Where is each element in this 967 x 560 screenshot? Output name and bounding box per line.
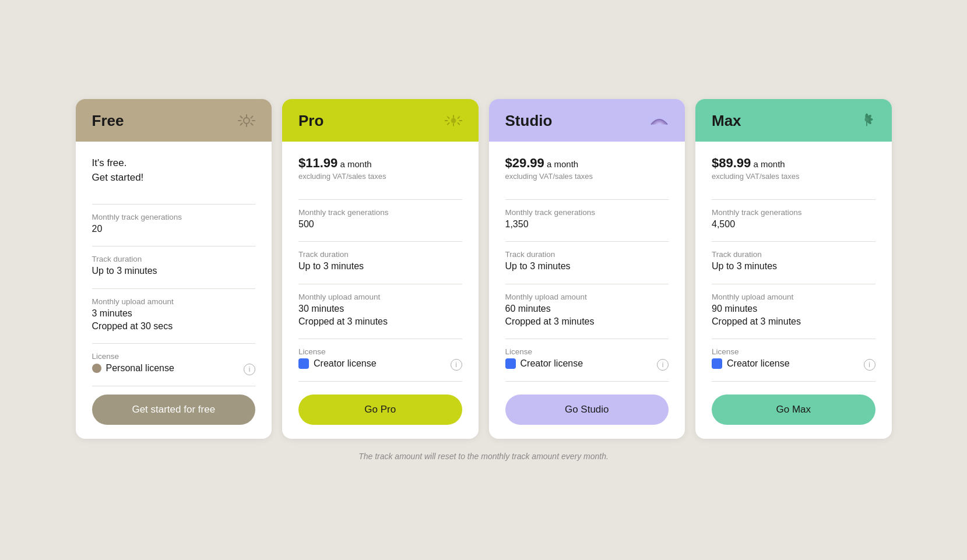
- card-header: Max: [695, 99, 892, 142]
- svg-line-4: [241, 117, 242, 118]
- license-section: License Creator license: [505, 347, 583, 369]
- track-duration-label: Track duration: [505, 250, 669, 259]
- track-generations-value: 500: [298, 218, 462, 231]
- cta-button-max[interactable]: Go Max: [712, 395, 875, 425]
- price-section: $29.99 a month excluding VAT/sales taxes: [505, 156, 669, 181]
- card-body: It's free.Get started! Monthly track gen…: [76, 142, 272, 439]
- divider: [298, 381, 462, 382]
- track-duration-row: Track duration Up to 3 minutes: [92, 255, 256, 277]
- divider: [92, 343, 256, 344]
- license-value: Creator license: [712, 358, 790, 369]
- license-icon: [505, 358, 516, 369]
- license-icon: [712, 358, 722, 369]
- plan-name: Studio: [505, 112, 553, 130]
- svg-line-5: [251, 124, 253, 125]
- track-generations-row: Monthly track generations 500: [298, 208, 462, 231]
- pricing-page: Free It's free.Get started!: [76, 99, 892, 462]
- price-period: a month: [751, 159, 785, 169]
- card-pro: Pro $11.99 a month exclu: [282, 99, 479, 439]
- price-note: excluding VAT/sales taxes: [298, 172, 462, 181]
- plan-name: Pro: [298, 112, 323, 130]
- price-section: $89.99 a month excluding VAT/sales taxes: [712, 156, 875, 181]
- svg-line-7: [241, 124, 242, 125]
- license-text: Creator license: [314, 358, 377, 369]
- upload-amount-row: Monthly upload amount 60 minutesCropped …: [505, 293, 669, 329]
- track-duration-value: Up to 3 minutes: [505, 260, 669, 273]
- cta-button-pro[interactable]: Go Pro: [298, 395, 462, 425]
- divider: [298, 199, 462, 200]
- svg-line-16: [447, 123, 449, 125]
- divider: [712, 339, 875, 339]
- license-text: Creator license: [521, 358, 583, 369]
- cta-button-free[interactable]: Get started for free: [92, 395, 256, 425]
- divider: [92, 204, 256, 205]
- upload-amount-value: 3 minutesCropped at 30 secs: [92, 307, 256, 333]
- card-header: Pro: [282, 99, 479, 142]
- upload-amount-value: 60 minutesCropped at 3 minutes: [505, 302, 669, 329]
- license-value: Creator license: [298, 358, 377, 369]
- price-amount: $11.99: [298, 156, 337, 170]
- card-body: $89.99 a month excluding VAT/sales taxes…: [695, 142, 892, 439]
- license-icon: [92, 364, 101, 373]
- divider: [298, 241, 462, 242]
- license-row: License Creator license i: [505, 347, 669, 371]
- divider: [712, 241, 875, 242]
- info-button[interactable]: i: [244, 364, 255, 375]
- card-free: Free It's free.Get started!: [76, 99, 272, 439]
- plan-icon: [858, 112, 875, 129]
- divider: [712, 284, 875, 284]
- license-label: License: [712, 347, 790, 356]
- price-note: excluding VAT/sales taxes: [712, 172, 875, 181]
- track-generations-value: 4,500: [712, 218, 875, 231]
- divider: [505, 339, 669, 339]
- info-button[interactable]: i: [864, 359, 875, 371]
- plan-name: Max: [712, 112, 741, 130]
- price-amount: $89.99: [712, 156, 751, 170]
- license-label: License: [505, 347, 583, 356]
- price-period: a month: [544, 159, 578, 169]
- svg-line-15: [458, 117, 459, 119]
- divider: [505, 284, 669, 284]
- card-header: Free: [76, 99, 272, 142]
- upload-amount-label: Monthly upload amount: [298, 293, 462, 301]
- track-generations-row: Monthly track generations 1,350: [505, 208, 669, 231]
- license-row: License Creator license i: [712, 347, 875, 371]
- upload-amount-label: Monthly upload amount: [712, 293, 875, 301]
- cta-button-studio[interactable]: Go Studio: [505, 395, 669, 425]
- license-label: License: [92, 352, 174, 361]
- license-text: Personal license: [106, 363, 174, 374]
- divider: [712, 381, 875, 382]
- svg-point-17: [451, 118, 456, 124]
- divider: [92, 386, 256, 386]
- card-studio: Studio $29.99 a month excluding VAT/sale…: [489, 99, 685, 439]
- price-amount: $29.99: [505, 156, 544, 170]
- card-max: Max $89.99 a month excluding VAT/sales t…: [695, 99, 892, 439]
- info-button[interactable]: i: [657, 359, 669, 371]
- track-duration-label: Track duration: [298, 250, 462, 259]
- upload-amount-row: Monthly upload amount 30 minutesCropped …: [298, 293, 462, 329]
- track-duration-label: Track duration: [92, 255, 256, 263]
- track-duration-row: Track duration Up to 3 minutes: [712, 250, 875, 273]
- track-generations-value: 20: [92, 223, 256, 235]
- divider: [298, 284, 462, 284]
- price-section: It's free.Get started!: [92, 156, 256, 185]
- divider: [92, 288, 256, 289]
- plan-name: Free: [92, 112, 124, 130]
- track-generations-row: Monthly track generations 4,500: [712, 208, 875, 231]
- info-button[interactable]: i: [451, 359, 462, 371]
- license-section: License Personal license: [92, 352, 174, 374]
- upload-amount-row: Monthly upload amount 90 minutesCropped …: [712, 293, 875, 329]
- divider: [92, 246, 256, 246]
- footer-note: The track amount will reset to the month…: [358, 452, 609, 461]
- track-duration-value: Up to 3 minutes: [712, 260, 875, 273]
- license-row: License Creator license i: [298, 347, 462, 371]
- license-value: Creator license: [505, 358, 583, 369]
- divider: [505, 241, 669, 242]
- price-period: a month: [337, 159, 371, 169]
- price-note: excluding VAT/sales taxes: [505, 172, 669, 181]
- cards-container: Free It's free.Get started!: [76, 99, 892, 439]
- upload-amount-label: Monthly upload amount: [505, 293, 669, 301]
- divider: [298, 339, 462, 339]
- license-section: License Creator license: [298, 347, 377, 369]
- track-duration-row: Track duration Up to 3 minutes: [505, 250, 669, 273]
